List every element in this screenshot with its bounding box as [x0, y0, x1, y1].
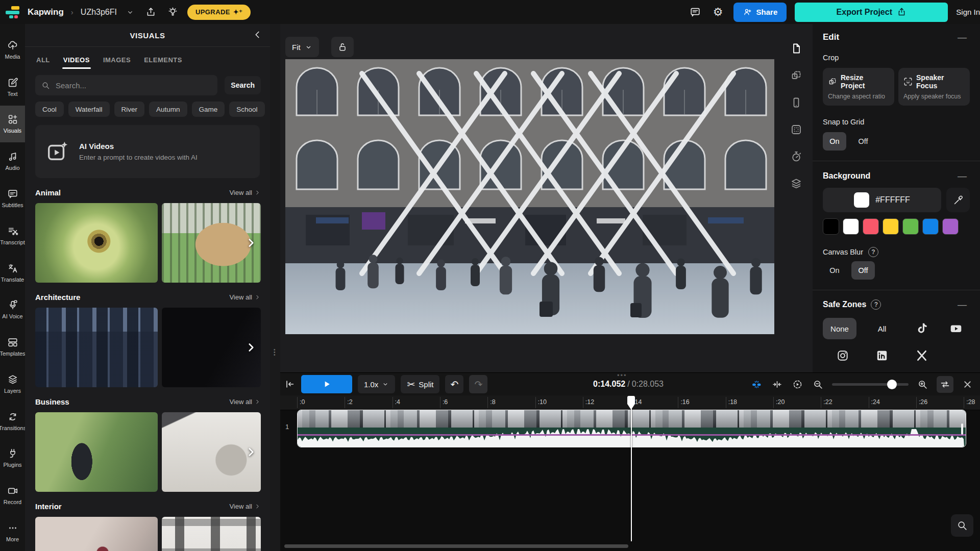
safe-zones-help-icon[interactable]: ? — [871, 299, 881, 310]
tag-waterfall[interactable]: Waterfall — [68, 102, 110, 117]
fit-dropdown[interactable]: Fit — [285, 37, 319, 57]
sign-in-link[interactable]: Sign In — [956, 8, 980, 16]
zoom-in-button[interactable] — [916, 378, 929, 391]
view-all-animal[interactable]: View all — [229, 189, 261, 196]
safe-zone-linkedin-button[interactable] — [863, 348, 901, 363]
comments-button[interactable] — [688, 5, 703, 20]
safe-zone-all-button[interactable]: All — [863, 318, 901, 339]
search-button[interactable]: Search — [225, 76, 261, 94]
speaker-focus-card[interactable]: Speaker Focus Apply speaker focus — [898, 68, 970, 106]
collapse-edit-button[interactable]: — — [954, 34, 970, 40]
tag-cool[interactable]: Cool — [35, 102, 64, 117]
sidebar-item-plugins[interactable]: Plugins — [0, 440, 25, 477]
collapse-background-button[interactable]: — — [954, 173, 970, 179]
fit-timeline-button[interactable] — [771, 378, 783, 391]
page-tool-button[interactable] — [790, 42, 802, 55]
video-canvas[interactable] — [285, 59, 774, 334]
video-thumb-chameleon[interactable] — [35, 203, 158, 283]
expand-timeline-button[interactable] — [937, 376, 953, 393]
sidebar-item-translate[interactable]: Translate — [0, 254, 25, 291]
sidebar-item-layers[interactable]: Layers — [0, 365, 25, 403]
zoom-slider-knob[interactable] — [887, 380, 897, 389]
blur-off-button[interactable]: Off — [851, 261, 875, 280]
resize-tool-button[interactable] — [790, 69, 802, 82]
background-swatch-purple[interactable] — [942, 218, 959, 235]
sidebar-item-subtitles[interactable]: Subtitles — [0, 180, 25, 217]
sidebar-item-record[interactable]: Record — [0, 477, 25, 514]
sidebar-item-text[interactable]: Text — [0, 68, 25, 106]
undo-button[interactable]: ↶ — [445, 375, 463, 393]
tab-videos[interactable]: VIDEOS — [63, 56, 90, 69]
split-button[interactable]: ✂Split — [401, 375, 439, 393]
project-menu-button[interactable] — [124, 6, 136, 18]
view-all-business[interactable]: View all — [229, 398, 261, 406]
timeline-zoom-slider[interactable] — [832, 383, 909, 386]
collapse-safe-zones-button[interactable]: — — [954, 302, 970, 308]
playhead[interactable] — [631, 396, 632, 541]
blur-on-button[interactable]: On — [823, 261, 846, 280]
upload-button[interactable] — [143, 5, 158, 19]
scroll-right-button[interactable] — [244, 236, 258, 249]
view-all-architecture[interactable]: View all — [229, 293, 261, 301]
ai-videos-card[interactable]: AI Videos Enter a prompt to create video… — [35, 125, 260, 178]
loop-playback-button[interactable] — [791, 378, 804, 391]
scroll-right-button[interactable] — [244, 341, 258, 354]
sidebar-item-audio[interactable]: Audio — [0, 142, 25, 180]
video-thumb-city[interactable] — [35, 308, 158, 387]
sidebar-item-templates[interactable]: Templates — [0, 328, 25, 365]
upgrade-button[interactable]: UPGRADE✦⁺ — [187, 5, 251, 20]
grid-tool-button[interactable] — [790, 123, 802, 136]
lock-canvas-button[interactable] — [331, 37, 354, 57]
search-input[interactable] — [55, 81, 211, 90]
sidebar-item-media[interactable]: Media — [0, 31, 25, 68]
background-swatch-white[interactable] — [843, 218, 859, 235]
brand-name[interactable]: Kapwing — [28, 7, 64, 17]
view-all-interior[interactable]: View all — [229, 503, 261, 510]
kapwing-logo-icon[interactable] — [5, 5, 20, 19]
video-thumb-park-bench[interactable] — [35, 412, 158, 492]
timer-tool-button[interactable] — [790, 151, 802, 163]
tab-images[interactable]: IMAGES — [103, 56, 131, 69]
scroll-right-button[interactable] — [244, 445, 258, 459]
panel-resize-gutter[interactable]: ••• — [270, 24, 280, 551]
safe-zone-instagram-button[interactable] — [833, 348, 852, 363]
resize-project-card[interactable]: Resize Project Change aspect ratio — [823, 68, 894, 106]
tag-game[interactable]: Game — [192, 102, 225, 117]
safe-zone-youtube-button[interactable] — [942, 321, 970, 336]
tips-bulb-button[interactable] — [165, 5, 180, 19]
safe-zone-x-button[interactable] — [901, 348, 942, 363]
sidebar-item-transcript[interactable]: Transcript — [0, 217, 25, 254]
canvas-blur-help-icon[interactable]: ? — [868, 247, 878, 257]
project-name[interactable]: UZh3p6FI — [81, 8, 117, 17]
smart-cut-button[interactable] — [750, 378, 763, 391]
safe-zone-none-button[interactable]: None — [823, 318, 856, 339]
sidebar-item-ai-voice[interactable]: AI Voice — [0, 291, 25, 328]
background-swatch-red[interactable] — [863, 218, 879, 235]
sidebar-item-transitions[interactable]: Transitions — [0, 403, 25, 440]
tag-school[interactable]: School — [229, 102, 264, 117]
play-button[interactable] — [301, 375, 352, 393]
background-color-input[interactable]: #FFFFFF — [823, 188, 941, 212]
video-thumb-frames[interactable] — [162, 517, 261, 551]
safe-zone-tiktok-button[interactable] — [901, 321, 942, 336]
close-timeline-button[interactable] — [961, 378, 974, 391]
collapse-panel-button[interactable] — [252, 29, 263, 40]
video-thumb-table[interactable] — [35, 517, 158, 551]
share-button[interactable]: Share — [733, 3, 787, 22]
timeline-search-button[interactable] — [951, 514, 973, 537]
zoom-out-button[interactable] — [812, 378, 824, 391]
background-swatch-green[interactable] — [902, 218, 919, 235]
background-swatch-blue[interactable] — [922, 218, 939, 235]
settings-gear-button[interactable]: ⚙ — [711, 5, 725, 20]
playback-speed-dropdown[interactable]: 1.0x — [358, 375, 395, 393]
tab-all[interactable]: ALL — [36, 56, 50, 69]
eyedropper-button[interactable] — [946, 188, 970, 212]
background-swatch-yellow[interactable] — [883, 218, 899, 235]
redo-button[interactable]: ↷ — [469, 375, 487, 393]
skip-to-start-button[interactable] — [284, 379, 296, 390]
phone-preview-button[interactable] — [790, 96, 802, 109]
snap-on-button[interactable]: On — [823, 132, 846, 151]
export-project-button[interactable]: Export Project — [795, 3, 948, 22]
tag-autumn[interactable]: Autumn — [149, 102, 187, 117]
background-swatch-black[interactable] — [823, 218, 839, 235]
